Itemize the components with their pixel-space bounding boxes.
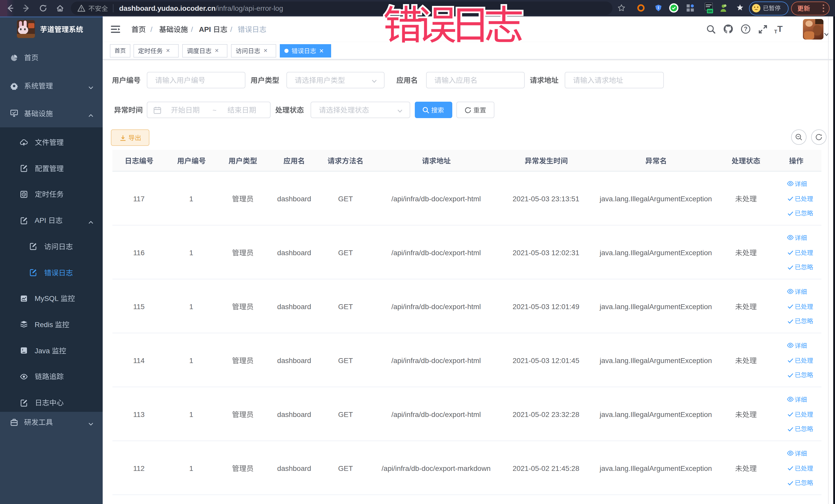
svg-text:on: on	[708, 9, 712, 13]
svg-text:?: ?	[744, 26, 748, 32]
